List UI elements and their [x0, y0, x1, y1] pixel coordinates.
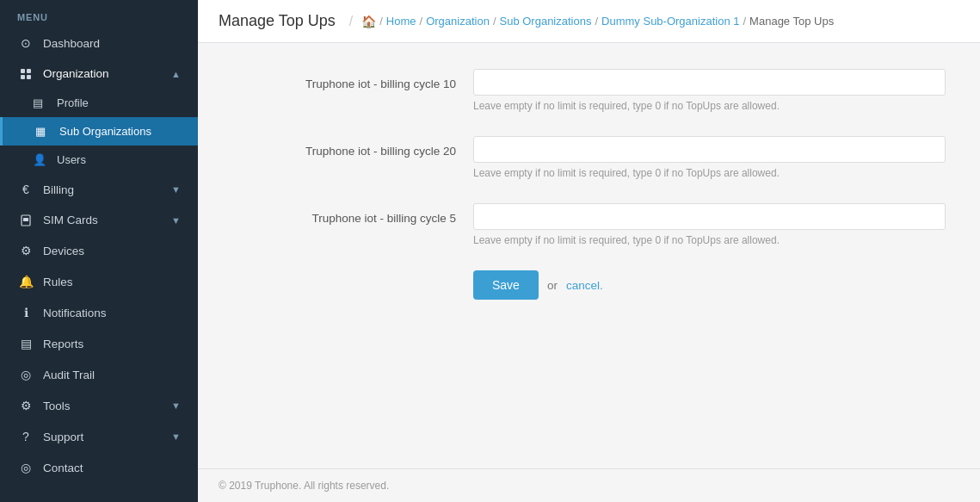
footer-text: © 2019 Truphone. All rights reserved. — [219, 480, 389, 492]
field-hint-1: Leave empty if no limit is required, typ… — [473, 167, 946, 179]
sidebar-sub-profile-label: Profile — [57, 96, 89, 109]
svg-rect-1 — [27, 69, 31, 73]
sidebar-item-dashboard[interactable]: ⊙ Dashboard — [0, 28, 198, 59]
form-group-billing-cycle-20: Truphone iot - billing cycle 20 Leave em… — [232, 136, 946, 179]
sidebar-rules-label: Rules — [43, 276, 181, 288]
sidebar-item-billing[interactable]: € Billing ▼ — [0, 174, 198, 205]
or-text: or — [547, 279, 558, 292]
dashboard-icon: ⊙ — [17, 36, 34, 50]
sidebar-item-notifications[interactable]: ℹ Notifications — [0, 297, 198, 328]
field-input-col-0: Leave empty if no limit is required, typ… — [473, 69, 946, 112]
page-title: Manage Top Ups — [219, 12, 336, 30]
sidebar-item-audit-trail[interactable]: ◎ Audit Trail — [0, 359, 198, 390]
field-label-billing-cycle-10: Truphone iot - billing cycle 10 — [232, 69, 473, 112]
sim-cards-icon — [17, 214, 34, 226]
page-footer: © 2019 Truphone. All rights reserved. — [198, 468, 980, 502]
tools-icon: ⚙ — [17, 399, 34, 412]
sidebar-item-contact[interactable]: ◎ Contact — [0, 452, 198, 483]
sidebar-sub-users-label: Users — [57, 153, 86, 166]
sidebar-contact-label: Contact — [43, 462, 181, 474]
field-hint-0: Leave empty if no limit is required, typ… — [473, 100, 946, 112]
billing-cycle-20-input[interactable] — [473, 136, 946, 163]
form-actions: Save or cancel. — [473, 270, 946, 300]
svg-rect-2 — [21, 75, 25, 79]
sidebar-sim-label: SIM Cards — [43, 214, 171, 226]
sidebar-sub-users[interactable]: 👤 Users — [0, 146, 198, 174]
breadcrumb-home[interactable]: Home — [386, 15, 416, 28]
breadcrumb-sep-3: / — [493, 15, 496, 28]
breadcrumb-sep-4: / — [595, 15, 598, 28]
organization-icon — [17, 68, 34, 80]
svg-rect-3 — [27, 75, 31, 79]
support-icon: ? — [17, 430, 34, 443]
breadcrumb-current: Manage Top Ups — [749, 15, 834, 28]
breadcrumb-sep-5: / — [743, 15, 746, 28]
sidebar-reports-label: Reports — [43, 338, 181, 350]
home-icon[interactable]: 🏠 — [361, 15, 376, 28]
breadcrumb-sep-2: / — [420, 15, 423, 28]
menu-label: MENU — [0, 0, 198, 28]
sidebar-billing-label: Billing — [43, 183, 171, 196]
rules-icon: 🔔 — [17, 275, 34, 288]
contact-icon: ◎ — [17, 461, 34, 474]
billing-cycle-5-input[interactable] — [473, 203, 946, 230]
sim-arrow-icon: ▼ — [171, 215, 181, 226]
organization-arrow-icon: ▲ — [171, 69, 181, 79]
form-group-billing-cycle-10: Truphone iot - billing cycle 10 Leave em… — [232, 69, 946, 112]
sub-org-icon: ▦ — [35, 125, 52, 138]
sidebar-item-devices[interactable]: ⚙ Devices — [0, 235, 198, 266]
sidebar-item-label: Dashboard — [43, 37, 181, 50]
audit-trail-icon: ◎ — [17, 368, 34, 381]
reports-icon: ▤ — [17, 337, 34, 350]
svg-rect-5 — [23, 218, 28, 221]
breadcrumb-organization[interactable]: Organization — [426, 15, 490, 28]
sidebar-audit-label: Audit Trail — [43, 369, 181, 381]
support-arrow-icon: ▼ — [171, 431, 181, 442]
sidebar-item-organization[interactable]: Organization ▲ — [0, 59, 198, 89]
sidebar-sub-sub-organizations[interactable]: ▦ Sub Organizations — [0, 117, 198, 146]
form-group-billing-cycle-5: Truphone iot - billing cycle 5 Leave emp… — [232, 203, 946, 246]
breadcrumb-separator-0: / — [349, 14, 353, 29]
field-input-col-2: Leave empty if no limit is required, typ… — [473, 203, 946, 246]
sidebar-item-support[interactable]: ? Support ▼ — [0, 421, 198, 452]
field-input-col-1: Leave empty if no limit is required, typ… — [473, 136, 946, 179]
sidebar-support-label: Support — [43, 431, 171, 443]
field-label-billing-cycle-20: Truphone iot - billing cycle 20 — [232, 136, 473, 179]
sidebar-devices-label: Devices — [43, 245, 181, 257]
cancel-link[interactable]: cancel. — [566, 279, 603, 292]
sidebar-item-reports[interactable]: ▤ Reports — [0, 328, 198, 359]
sidebar-organization-label: Organization — [43, 67, 171, 80]
users-icon: 👤 — [33, 153, 50, 166]
save-button[interactable]: Save — [473, 270, 539, 300]
svg-rect-0 — [21, 69, 25, 73]
billing-icon: € — [17, 183, 34, 196]
breadcrumb-dummy-sub-org[interactable]: Dummy Sub-Organization 1 — [601, 15, 739, 28]
field-hint-2: Leave empty if no limit is required, typ… — [473, 234, 946, 246]
main-area: Manage Top Ups / 🏠 / Home / Organization… — [198, 0, 980, 502]
sidebar-sub-profile[interactable]: ▤ Profile — [0, 89, 198, 117]
billing-arrow-icon: ▼ — [171, 184, 181, 195]
sidebar-notifications-label: Notifications — [43, 307, 181, 319]
profile-icon: ▤ — [33, 96, 50, 109]
field-label-billing-cycle-5: Truphone iot - billing cycle 5 — [232, 203, 473, 246]
sidebar-item-tools[interactable]: ⚙ Tools ▼ — [0, 390, 198, 421]
sidebar-item-sim-cards[interactable]: SIM Cards ▼ — [0, 205, 198, 235]
billing-cycle-10-input[interactable] — [473, 69, 946, 96]
sidebar-sub-sub-organizations-label: Sub Organizations — [59, 125, 151, 138]
page-header: Manage Top Ups / 🏠 / Home / Organization… — [198, 0, 980, 43]
tools-arrow-icon: ▼ — [171, 400, 181, 411]
sidebar-tools-label: Tools — [43, 400, 171, 412]
sidebar: MENU ⊙ Dashboard Organization ▲ ▤ Profil… — [0, 0, 198, 502]
notifications-icon: ℹ — [17, 306, 34, 319]
breadcrumb-sub-organizations[interactable]: Sub Organizations — [500, 15, 592, 28]
breadcrumb: 🏠 / Home / Organization / Sub Organizati… — [361, 15, 834, 28]
main-content: Truphone iot - billing cycle 10 Leave em… — [198, 43, 980, 468]
devices-icon: ⚙ — [17, 244, 34, 257]
breadcrumb-sep-1: / — [379, 15, 383, 28]
sidebar-item-rules[interactable]: 🔔 Rules — [0, 266, 198, 297]
